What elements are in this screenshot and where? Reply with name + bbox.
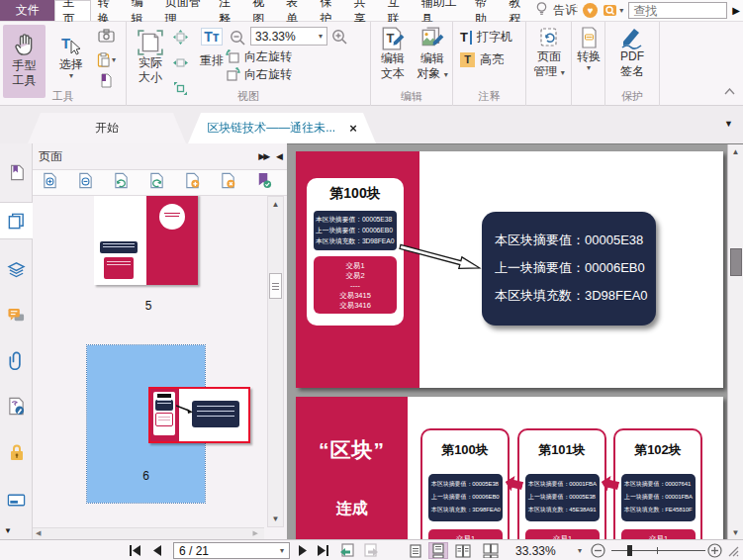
status-zoom-value[interactable]: 33.33%	[515, 540, 556, 560]
lightbulb-icon[interactable]	[535, 1, 548, 20]
next-page-button[interactable]	[298, 540, 309, 560]
continuous-view-button[interactable]	[428, 542, 448, 559]
snapshot-camera-icon[interactable]	[98, 29, 115, 47]
resize-grip[interactable]	[726, 540, 739, 560]
pdf-sign-button[interactable]: PDF签名	[613, 26, 651, 79]
previous-view-button[interactable]	[339, 540, 355, 560]
comments-panel-icon[interactable]	[0, 297, 33, 334]
signatures-panel-icon[interactable]	[0, 387, 33, 424]
next-view-button[interactable]	[363, 540, 379, 560]
menu-item-accessibility[interactable]: 辅助工具	[415, 0, 468, 21]
document-view[interactable]: 第100块 本区块摘要值：00005E38 上一块摘要值：00006EB0 本区…	[287, 143, 743, 539]
page-management-button[interactable]: 页面管理 ▾	[530, 26, 568, 79]
menu-item-edit[interactable]: 编辑	[125, 0, 158, 21]
menu-item-help[interactable]: 帮助	[468, 0, 502, 21]
last-page-button[interactable]	[316, 540, 329, 560]
favorite-heart-icon[interactable]: ♥	[583, 3, 598, 18]
scrollbar-thumb[interactable]	[269, 273, 282, 299]
status-zoom-dropdown-icon[interactable]: ▾	[578, 540, 582, 560]
edit-object-button[interactable]: 编辑对象 ▾	[414, 26, 451, 81]
zoom-level-combobox[interactable]: 33.33% ▾	[250, 27, 327, 46]
find-input[interactable]	[628, 2, 727, 19]
zoom-combobox-dropdown-icon[interactable]: ▾	[319, 33, 323, 41]
first-page-button[interactable]	[129, 540, 142, 560]
thumbnail-vertical-scrollbar[interactable]: ▲ ▼	[267, 196, 284, 527]
rotate-right-button[interactable]: 向右旋转	[226, 66, 292, 83]
find-next-icon[interactable]: ▶	[732, 5, 740, 16]
bookmarks-panel-icon[interactable]	[0, 153, 33, 191]
tab-close-icon[interactable]: ×	[349, 121, 357, 136]
paste-dropdown-icon[interactable]: ▾	[112, 56, 116, 64]
doc-scrollbar-thumb[interactable]	[730, 248, 742, 276]
pages-panel-icon[interactable]	[0, 202, 33, 239]
strip-more-icon[interactable]: ▼	[4, 526, 12, 535]
rotate-page-right-icon[interactable]	[148, 172, 165, 193]
page-6-thumbnail[interactable]	[148, 387, 250, 443]
menu-item-comment[interactable]: 注释	[212, 0, 245, 21]
menu-item-view[interactable]: 视图	[245, 0, 279, 21]
ribbon-collapse-icon[interactable]	[724, 81, 735, 99]
fit-width-icon[interactable]	[173, 55, 188, 74]
facing-view-button[interactable]	[453, 542, 473, 559]
smart-search-dropdown-icon[interactable]: ▾	[619, 7, 623, 15]
highlight-button[interactable]: T 高亮	[460, 51, 504, 68]
tab-document[interactable]: 区块链技术——通往未... ×	[188, 113, 376, 143]
status-zoom-in-button[interactable]	[707, 540, 722, 560]
thumbnail-horizontal-scrollbar[interactable]: ◀ ▶	[33, 527, 264, 539]
panel-expand-icon[interactable]: ▶▶	[258, 151, 268, 161]
document-vertical-scrollbar[interactable]: ▲ ▼	[727, 144, 743, 539]
page-6-number[interactable]: 6	[87, 469, 205, 483]
menu-item-connect[interactable]: 互联	[381, 0, 415, 21]
file-menu-button[interactable]: 文件	[0, 0, 54, 21]
page-5-thumbnail[interactable]	[94, 196, 198, 285]
zoom-in-icon[interactable]	[331, 29, 348, 49]
menu-item-organize[interactable]: 页面管理	[158, 0, 212, 21]
tell-me-label[interactable]: 告诉我	[553, 2, 578, 19]
status-zoom-out-button[interactable]	[591, 540, 605, 560]
menu-item-home[interactable]: 主页	[54, 0, 90, 21]
rotate-left-button[interactable]: 向左旋转	[226, 48, 292, 65]
scroll-right-icon[interactable]: ▶	[253, 529, 258, 537]
hand-tool-button[interactable]: 手型工具	[3, 25, 46, 98]
delete-page-icon[interactable]	[220, 172, 236, 193]
page-6-selection[interactable]: 6	[87, 345, 205, 503]
previous-page-button[interactable]	[151, 540, 162, 560]
security-panel-icon[interactable]	[0, 433, 33, 471]
menu-item-tutorial[interactable]: 教程	[502, 0, 535, 21]
pdf-page-7[interactable]: “区块” 连成 第100块 本区块摘要值：00005E38上一块摘要值：0000…	[296, 397, 723, 539]
doc-scroll-up-icon[interactable]: ▲	[728, 147, 743, 156]
fit-page-icon[interactable]	[173, 30, 188, 48]
scroll-up-icon[interactable]: ▲	[268, 200, 283, 209]
page-combobox-dropdown-icon[interactable]: ▾	[280, 547, 284, 555]
insert-page-icon[interactable]	[184, 172, 201, 193]
reflow-button[interactable]: Tт 重排	[195, 28, 229, 68]
tab-list-dropdown-icon[interactable]: ▼	[724, 119, 733, 129]
select-tool-button[interactable]: T 选择 ▾	[51, 26, 91, 97]
rotate-page-left-icon[interactable]	[113, 172, 130, 193]
typewriter-button[interactable]: T 打字机	[460, 29, 512, 46]
clipboard-paste-button[interactable]: ▾	[97, 52, 116, 67]
doc-scroll-down-icon[interactable]: ▼	[728, 528, 743, 537]
zoom-out-icon[interactable]	[230, 30, 246, 50]
tab-start[interactable]: 开始	[28, 113, 186, 143]
attachments-panel-icon[interactable]	[0, 341, 33, 379]
facing-continuous-view-button[interactable]	[481, 542, 501, 559]
fields-panel-icon[interactable]	[0, 481, 33, 518]
bookmark-flag-icon[interactable]	[255, 172, 272, 193]
menu-item-form[interactable]: 表单	[279, 0, 313, 21]
actual-size-button[interactable]: 实际大小	[131, 26, 170, 85]
panel-collapse-icon[interactable]: ◀	[276, 151, 281, 161]
thumbnail-zoom-in-icon[interactable]	[42, 172, 58, 193]
page-number-combobox[interactable]: 6 / 21 ▾	[173, 542, 290, 559]
edit-text-button[interactable]: T 编辑文本	[374, 26, 412, 81]
zoom-slider-thumb[interactable]	[627, 545, 632, 556]
scroll-left-icon[interactable]: ◀	[36, 529, 41, 537]
scroll-down-icon[interactable]: ▼	[268, 514, 283, 523]
smart-search-icon[interactable]: ▾	[603, 3, 623, 18]
menu-item-convert[interactable]: 转换	[91, 0, 125, 21]
single-page-view-button[interactable]	[406, 542, 425, 559]
convert-button[interactable]: 转换▾	[570, 26, 607, 72]
page-5-number[interactable]: 5	[33, 299, 264, 313]
pdf-page-6[interactable]: 第100块 本区块摘要值：00005E38 上一块摘要值：00006EB0 本区…	[296, 151, 723, 388]
menu-item-share[interactable]: 共享	[347, 0, 381, 21]
